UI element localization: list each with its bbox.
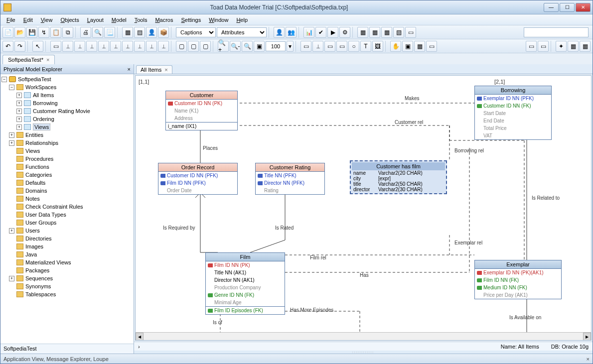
zoomfit-icon[interactable]: 🔍 [242,41,253,52]
tree-node[interactable]: Materialized Views [1,258,133,266]
select-icon[interactable]: ▣ [402,41,413,52]
rel6-icon[interactable]: ⟂ [122,41,133,52]
check-icon[interactable]: ✔ [315,27,326,38]
tree-node[interactable]: Images [1,243,133,250]
entity-order-record[interactable]: Order Record Customer ID NN (PFK)Film ID… [158,163,238,195]
entity-customer[interactable]: Customer Customer ID NN (PK)Name (K1)Add… [165,91,238,130]
workspace-tab-close-icon[interactable]: × [164,67,167,73]
tree-node[interactable]: +Users [1,227,133,235]
sql-icon[interactable]: ▭ [405,27,416,38]
rel2-icon[interactable]: ⟂ [74,41,85,52]
entity-film[interactable]: Film Film ID NN (PK)Title NN (AK1)Direct… [205,252,285,315]
workspace-tab[interactable]: All Items × [136,65,172,74]
zoomin-icon[interactable]: 🔍+ [218,41,229,52]
entity-borrowing[interactable]: Borrowing Exemplar ID NN (PFK)Customer I… [474,86,552,140]
tree-node[interactable]: Check Constraint Rules [1,203,133,211]
user2-icon[interactable]: 👥 [286,27,296,38]
report-icon[interactable]: 📊 [303,27,314,38]
undo-icon[interactable]: ↶ [2,41,13,52]
close-button[interactable]: ✕ [576,3,591,12]
maximize-button[interactable]: ☐ [560,3,575,12]
misc-icon[interactable]: ▭ [426,41,437,52]
shape3-icon[interactable]: ▭ [324,41,335,52]
captions-select[interactable]: Captions [176,27,216,37]
shape4-icon[interactable]: ▭ [336,41,347,52]
gear-icon[interactable]: ⚙ [339,27,350,38]
tree-node[interactable]: +Relationships [1,139,133,147]
copy-icon[interactable]: 📋 [50,27,61,38]
rel9-icon[interactable]: ⟂ [158,41,169,52]
layout3-icon[interactable]: 👤 [146,27,157,38]
menu-window[interactable]: Window [205,16,232,24]
zoom100-icon[interactable]: ▣ [254,41,265,52]
grid1-icon[interactable]: ▦ [357,27,368,38]
layout1-icon[interactable]: ▦ [122,27,133,38]
view1-icon[interactable]: ▭ [526,41,537,52]
tree-node[interactable]: Categories [1,171,133,179]
grid2-icon[interactable]: ▦ [369,27,380,38]
menu-model[interactable]: Model [108,16,131,24]
image-icon[interactable]: 🖼 [372,41,383,52]
tool2-icon[interactable]: ▦ [568,41,579,52]
entity-exemplar[interactable]: Exemplar Exemplar ID NN (PK)(AK1)Film ID… [474,260,562,299]
tree-node[interactable]: Procedures [1,155,133,163]
tree-node[interactable]: User Groups [1,219,133,227]
tree-node[interactable]: +Borrowing [1,99,133,107]
tree-node[interactable]: Domains [1,187,133,195]
tree-node[interactable]: Defaults [1,179,133,187]
save-icon[interactable]: 💾 [26,27,37,38]
menu-view[interactable]: View [37,16,57,24]
hand-icon[interactable]: ✋ [390,41,401,52]
explorer-tree[interactable]: −SoftpediaTest−WorkSpaces+All Items+Borr… [0,74,134,344]
sync-icon[interactable]: ↯ [38,27,49,38]
run-icon[interactable]: ▶ [327,27,338,38]
rel7-icon[interactable]: ⟂ [134,41,145,52]
explorer-header[interactable]: Physical Model Explorer × [0,64,134,74]
print-icon[interactable]: 🖨 [80,27,91,38]
rel3-icon[interactable]: ⟂ [86,41,97,52]
tree-node[interactable]: −WorkSpaces [1,83,133,91]
rel1-icon[interactable]: ⟂ [62,41,73,52]
rel5-icon[interactable]: ⟂ [110,41,121,52]
menu-macros[interactable]: Macros [151,16,177,24]
entity-customer-rating[interactable]: Customer Rating Title NN (PFK)Director N… [255,163,325,195]
doc-icon[interactable]: 📃 [104,27,115,38]
scroll-right-icon[interactable]: ▶ [583,333,591,341]
zoom-input[interactable] [266,41,286,51]
tree-node[interactable]: +Entities [1,131,133,139]
redo-icon[interactable]: ↷ [14,41,25,52]
minimize-button[interactable]: — [544,3,559,12]
group3-icon[interactable]: ▢ [200,41,211,52]
h-scrollbar[interactable]: ◀ ▶ [136,332,591,340]
grid4-icon[interactable]: ▧ [393,27,404,38]
rel8-icon[interactable]: ⟂ [146,41,157,52]
tree-node[interactable]: Tablespaces [1,290,133,298]
shape1-icon[interactable]: ▭ [300,41,311,52]
tree-node[interactable]: +Sequences [1,274,133,282]
shape2-icon[interactable]: ⟂ [312,41,323,52]
search-input[interactable] [524,27,589,37]
menu-tools[interactable]: Tools [131,16,151,24]
shape5-icon[interactable]: ○ [348,41,359,52]
text-icon[interactable]: T [360,41,371,52]
menu-help[interactable]: Help [232,16,252,24]
stack-icon[interactable]: ⧉ [62,27,73,38]
zoomout-icon[interactable]: 🔍- [230,41,241,52]
menu-layout[interactable]: Layout [83,16,108,24]
statusbar-close-icon[interactable]: × [587,356,590,362]
preview-icon[interactable]: 🔍 [92,27,103,38]
tool3-icon[interactable]: ▦ [580,41,591,52]
scroll-left-icon[interactable]: ◀ [136,333,144,341]
tree-node[interactable]: Views [1,147,133,155]
tree-node[interactable]: +Views [1,123,133,131]
menu-edit[interactable]: Edit [19,16,37,24]
tree-node[interactable]: +Customer Rating Movie [1,107,133,115]
menu-objects[interactable]: Objects [56,16,83,24]
doc-tab[interactable]: SoftpediaTest* × [2,55,55,64]
tree-node[interactable]: +All Items [1,91,133,99]
doc-tab-close-icon[interactable]: × [46,57,49,63]
grid3-icon[interactable]: ▦ [381,27,392,38]
group1-icon[interactable]: ▢ [176,41,187,52]
group2-icon[interactable]: ▢ [188,41,199,52]
entity-icon[interactable]: ▭ [50,41,61,52]
